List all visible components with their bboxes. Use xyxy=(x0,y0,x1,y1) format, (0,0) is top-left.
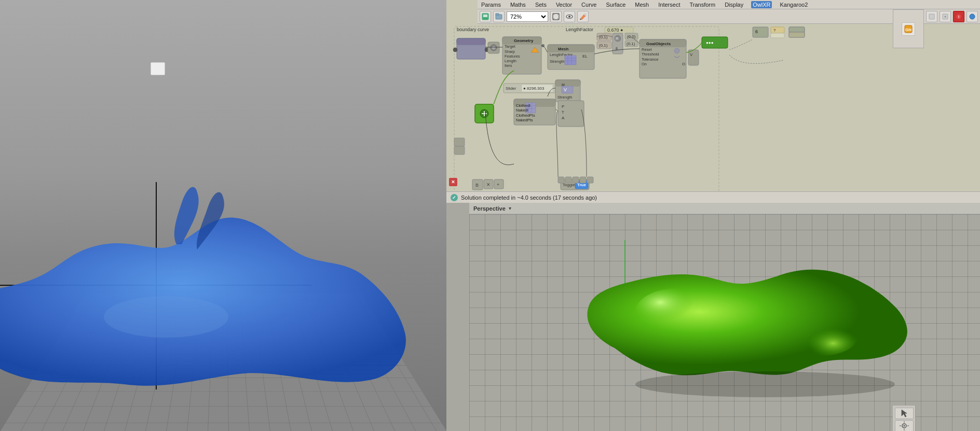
svg-text:(0.1): (0.1) xyxy=(627,41,635,46)
svg-text:Target: Target xyxy=(505,44,516,49)
blue-blob-object xyxy=(0,172,426,390)
fit-btn[interactable] xyxy=(550,11,562,22)
gh-icon-1[interactable]: GH xyxy=(902,22,915,36)
svg-text:●●●: ●●● xyxy=(706,40,714,45)
svg-text:Geometry: Geometry xyxy=(514,38,534,43)
svg-rect-135 xyxy=(580,177,586,183)
svg-point-20 xyxy=(970,14,975,19)
perspective-label: Perspective xyxy=(473,205,506,212)
boundary-curve-label: boundary curve xyxy=(457,27,489,32)
svg-point-138 xyxy=(903,425,905,427)
svg-text:✕: ✕ xyxy=(486,182,491,187)
svg-text:+: + xyxy=(497,182,499,187)
svg-text:Length: Length xyxy=(505,59,516,63)
perspective-dropdown[interactable]: ▾ xyxy=(509,205,511,211)
svg-text:B: B xyxy=(475,183,479,188)
svg-rect-34 xyxy=(457,41,485,45)
svg-text:(0.0): (0.0) xyxy=(627,34,636,39)
gh-icon-area: GH xyxy=(893,9,924,48)
svg-rect-4 xyxy=(483,15,487,17)
svg-text:A: A xyxy=(562,116,565,120)
svg-rect-56 xyxy=(565,55,576,65)
svg-rect-101 xyxy=(555,83,580,86)
svg-point-35 xyxy=(453,48,457,52)
svg-rect-28 xyxy=(771,33,784,38)
menu-sets[interactable]: Sets xyxy=(534,1,548,8)
perspective-3d-view[interactable]: Perspective ▾ xyxy=(469,203,980,431)
svg-rect-93 xyxy=(454,138,465,146)
menu-surface[interactable]: Surface xyxy=(604,1,627,8)
rhino-viewport-left[interactable] xyxy=(0,0,446,431)
svg-text:Strength: Strength xyxy=(557,95,572,100)
lengthfactor-label: LengthFactor xyxy=(566,27,593,32)
svg-rect-134 xyxy=(573,177,579,183)
svg-text:ClothedI: ClothedI xyxy=(516,103,530,108)
svg-text:GH: GH xyxy=(905,27,911,32)
svg-text:!: ! xyxy=(958,15,960,19)
svg-rect-133 xyxy=(565,177,571,183)
svg-rect-94 xyxy=(454,146,465,155)
close-icon: ✕ xyxy=(451,179,455,185)
svg-rect-31 xyxy=(789,32,805,37)
menu-owlxr[interactable]: OwlXR xyxy=(751,1,772,8)
white-cube-object xyxy=(151,62,165,75)
svg-text:0.670 ●: 0.670 ● xyxy=(607,27,623,33)
menu-kangaroo2[interactable]: Kangaroo2 xyxy=(778,1,809,8)
svg-rect-30 xyxy=(789,27,805,32)
svg-text:On: On xyxy=(642,62,647,66)
svg-text:NakedPts: NakedPts xyxy=(516,118,533,122)
svg-point-81 xyxy=(674,48,679,53)
tb-right-1[interactable] xyxy=(926,11,937,22)
tb-right-red[interactable]: ! xyxy=(953,11,964,22)
status-icon: ✓ xyxy=(451,194,458,201)
menu-transform[interactable]: Transform xyxy=(688,1,717,8)
save-btn[interactable] xyxy=(480,11,491,22)
close-btn[interactable]: ✕ xyxy=(449,178,457,186)
eye-btn[interactable] xyxy=(564,11,575,22)
tool-point[interactable] xyxy=(895,420,914,431)
svg-text:6: 6 xyxy=(755,29,758,34)
svg-text:Reset: Reset xyxy=(642,47,652,52)
svg-text:R: R xyxy=(616,36,619,41)
svg-rect-7 xyxy=(496,13,499,15)
svg-point-39 xyxy=(492,46,495,49)
open-btn[interactable] xyxy=(493,11,505,22)
svg-text:P: P xyxy=(562,104,564,109)
svg-text:Tolerance: Tolerance xyxy=(642,57,659,62)
svg-text:(0,1): (0,1) xyxy=(599,43,608,48)
pencil-btn[interactable] xyxy=(577,11,589,22)
svg-text:V: V xyxy=(564,87,567,92)
menu-curve[interactable]: Curve xyxy=(580,1,598,8)
menu-vector[interactable]: Vector xyxy=(554,1,574,8)
menu-display[interactable]: Display xyxy=(723,1,745,8)
menu-intersect[interactable]: Intersect xyxy=(657,1,682,8)
svg-rect-136 xyxy=(587,177,593,183)
menu-maths[interactable]: Maths xyxy=(509,1,527,8)
svg-text:ClothedPts: ClothedPts xyxy=(516,113,535,118)
svg-text:V: V xyxy=(690,52,693,57)
svg-text:Iters: Iters xyxy=(505,63,512,68)
svg-text:Slider: Slider xyxy=(506,86,516,91)
tb-right-2[interactable]: + xyxy=(940,11,951,22)
perspective-viewport[interactable]: Perspective ▾ xyxy=(446,203,980,431)
perspective-grid-floor xyxy=(469,214,980,431)
svg-point-0 xyxy=(104,296,228,338)
svg-point-14 xyxy=(568,16,570,18)
svg-text:Sharp: Sharp xyxy=(505,49,515,54)
menu-params[interactable]: Params xyxy=(480,1,502,8)
svg-text:O: O xyxy=(682,62,685,66)
rhino-tools-sidebar xyxy=(893,406,916,431)
svg-text:Mesh: Mesh xyxy=(558,47,569,51)
tool-select[interactable] xyxy=(895,408,914,419)
svg-text:+: + xyxy=(944,15,946,19)
svg-text:Strength: Strength xyxy=(550,59,564,64)
gh-canvas[interactable]: boundary curve LengthFactor 0.670 ● 6 ? xyxy=(446,24,980,191)
perspective-toolbar: Perspective ▾ xyxy=(469,203,980,214)
menu-mesh[interactable]: Mesh xyxy=(633,1,650,8)
svg-text:Features: Features xyxy=(505,54,520,59)
svg-rect-53 xyxy=(548,49,594,52)
svg-text:Threshold: Threshold xyxy=(642,52,659,57)
svg-rect-15 xyxy=(929,14,934,19)
zoom-select[interactable]: 72% 50% 100% xyxy=(507,11,548,22)
tb-right-4[interactable] xyxy=(967,11,978,22)
